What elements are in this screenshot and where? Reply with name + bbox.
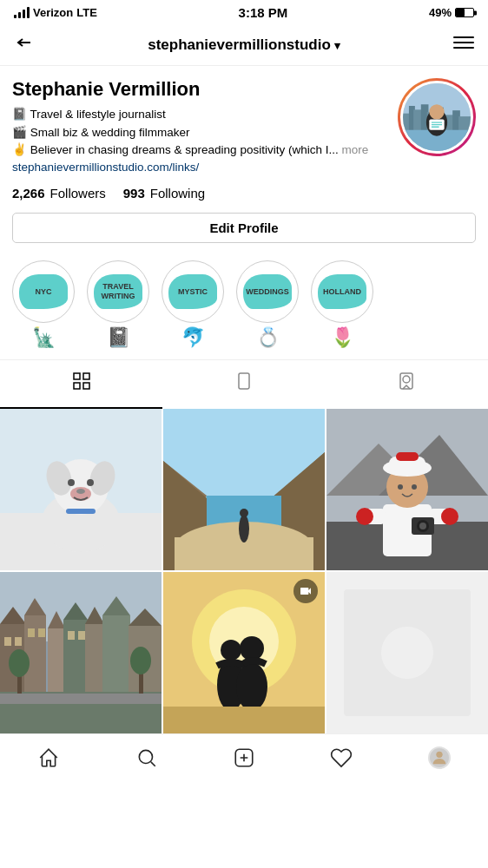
bottom-nav-add[interactable] bbox=[222, 743, 266, 773]
svg-point-34 bbox=[68, 479, 75, 486]
signal-icon bbox=[14, 7, 30, 18]
svg-rect-21 bbox=[83, 373, 89, 379]
svg-point-67 bbox=[419, 523, 426, 529]
svg-point-49 bbox=[240, 509, 248, 517]
tab-grid[interactable] bbox=[0, 360, 162, 409]
menu-button[interactable] bbox=[453, 32, 474, 58]
svg-rect-86 bbox=[28, 628, 35, 637]
svg-rect-80 bbox=[102, 615, 130, 694]
svg-rect-103 bbox=[163, 707, 325, 733]
svg-point-109 bbox=[436, 752, 442, 758]
svg-point-106 bbox=[381, 627, 433, 679]
profile-stats: 2,266 Followers 993 Following bbox=[0, 179, 488, 213]
tab-igtv[interactable] bbox=[162, 360, 325, 409]
profile-info: Stephanie Vermillion 📓 Travel & lifestyl… bbox=[12, 78, 386, 174]
following-count: 993 bbox=[123, 186, 145, 201]
story-nyc[interactable]: NYC 🗽 bbox=[12, 260, 75, 349]
bio-line3: ✌️ Believer in chasing dreams & spreadin… bbox=[12, 141, 386, 159]
status-bar: Verizon LTE 3:18 PM 49% bbox=[0, 0, 488, 25]
battery-icon bbox=[455, 8, 474, 17]
story-icon-holland: 🌷 bbox=[331, 326, 354, 349]
username-label[interactable]: stephanievermillionstudio ▾ bbox=[148, 36, 340, 54]
home-icon bbox=[37, 746, 60, 769]
followers-count: 2,266 bbox=[12, 186, 45, 201]
edit-profile-button[interactable]: Edit Profile bbox=[12, 213, 476, 243]
search-icon bbox=[135, 746, 158, 769]
svg-point-107 bbox=[139, 750, 152, 763]
svg-point-15 bbox=[429, 104, 444, 119]
bottom-nav-activity[interactable] bbox=[320, 743, 363, 773]
tab-bar bbox=[0, 359, 488, 409]
bio-more[interactable]: more bbox=[341, 143, 368, 156]
status-time: 3:18 PM bbox=[239, 5, 288, 20]
avatar bbox=[400, 81, 473, 154]
tagged-icon bbox=[396, 371, 417, 397]
heart-icon bbox=[330, 746, 353, 769]
profile-link[interactable]: stephanievermillionstudio.com/links/ bbox=[12, 161, 386, 174]
photo-grid bbox=[0, 409, 488, 733]
grid-photo-couple[interactable] bbox=[163, 572, 325, 733]
status-left: Verizon LTE bbox=[14, 6, 97, 19]
svg-rect-1 bbox=[453, 42, 474, 43]
svg-point-48 bbox=[239, 515, 249, 542]
carrier-label: Verizon bbox=[33, 6, 73, 19]
followers-label[interactable]: Followers bbox=[50, 186, 106, 201]
battery-percent: 49% bbox=[429, 6, 452, 19]
svg-point-38 bbox=[76, 489, 85, 494]
svg-rect-72 bbox=[24, 615, 46, 694]
story-icon-mystic: 🐬 bbox=[181, 326, 205, 349]
story-weddings[interactable]: WEDDINGS 💍 bbox=[236, 260, 299, 349]
back-button[interactable] bbox=[14, 32, 35, 58]
profile-avatar-nav bbox=[428, 746, 451, 769]
video-icon bbox=[293, 579, 318, 603]
bottom-nav-search[interactable] bbox=[125, 743, 168, 773]
story-icon-travel-writing: 📓 bbox=[107, 326, 130, 349]
profile-name: Stephanie Vermillion bbox=[12, 78, 386, 101]
svg-rect-23 bbox=[83, 383, 89, 389]
grid-photo-woman[interactable] bbox=[326, 409, 488, 570]
igtv-icon bbox=[234, 371, 254, 397]
profile-bio: 📓 Travel & lifestyle journalist 🎬 Small … bbox=[12, 106, 386, 159]
stories-row: NYC 🗽 TRAVELWRITING 📓 MYSTIC bbox=[0, 253, 488, 352]
svg-point-101 bbox=[240, 636, 264, 661]
grid-photo-beach[interactable] bbox=[163, 409, 325, 570]
network-type: LTE bbox=[76, 6, 97, 19]
svg-rect-87 bbox=[38, 628, 45, 637]
bottom-nav-home[interactable] bbox=[27, 743, 70, 773]
svg-rect-88 bbox=[68, 631, 75, 640]
avatar-wrapper bbox=[398, 78, 476, 156]
svg-point-95 bbox=[130, 647, 151, 674]
svg-rect-76 bbox=[63, 620, 88, 694]
story-travel-writing[interactable]: TRAVELWRITING 📓 bbox=[87, 260, 149, 349]
svg-rect-0 bbox=[453, 36, 474, 38]
profile-header: Stephanie Vermillion 📓 Travel & lifestyl… bbox=[0, 66, 488, 179]
svg-point-58 bbox=[441, 508, 458, 525]
grid-icon bbox=[71, 371, 92, 397]
svg-rect-89 bbox=[78, 631, 85, 640]
bottom-nav-profile[interactable] bbox=[418, 743, 461, 773]
grid-photo-village[interactable] bbox=[0, 572, 162, 733]
svg-rect-78 bbox=[85, 624, 104, 694]
svg-rect-22 bbox=[74, 383, 80, 389]
svg-rect-20 bbox=[74, 373, 80, 379]
following-label[interactable]: Following bbox=[150, 186, 205, 201]
story-mystic[interactable]: MYSTIC 🐬 bbox=[162, 260, 224, 349]
chevron-down-icon: ▾ bbox=[334, 39, 340, 52]
grid-photo-white[interactable] bbox=[326, 572, 488, 733]
story-holland[interactable]: HOLLAND 🌷 bbox=[311, 260, 373, 349]
svg-rect-91 bbox=[0, 694, 162, 704]
svg-rect-84 bbox=[4, 637, 11, 646]
grid-photo-dog[interactable] bbox=[0, 409, 162, 570]
bottom-nav bbox=[0, 733, 488, 786]
tab-tagged[interactable] bbox=[326, 360, 488, 409]
bio-line2: 🎬 Small biz & wedding filmmaker bbox=[12, 124, 386, 141]
svg-rect-85 bbox=[15, 637, 22, 646]
svg-rect-37 bbox=[66, 509, 96, 514]
story-icon-nyc: 🗽 bbox=[32, 326, 56, 349]
story-icon-weddings: 💍 bbox=[256, 326, 280, 349]
svg-rect-74 bbox=[48, 628, 65, 694]
svg-point-99 bbox=[221, 640, 241, 661]
svg-point-64 bbox=[412, 484, 417, 490]
status-right: 49% bbox=[429, 6, 474, 19]
svg-point-56 bbox=[356, 508, 373, 525]
